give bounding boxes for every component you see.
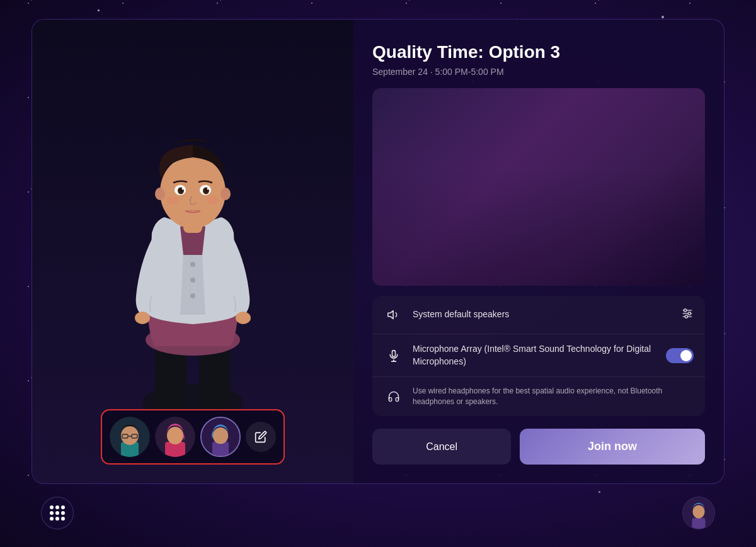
svg-point-12 [220,188,231,200]
edit-avatar-button[interactable] [246,422,276,452]
svg-point-10 [160,155,226,228]
cancel-button[interactable]: Cancel [372,429,511,465]
svg-point-20 [207,188,209,189]
speakers-row: System default speakers [372,296,705,334]
svg-point-11 [155,188,165,200]
speakers-label: System default speakers [413,308,675,321]
microphone-toggle[interactable] [666,348,694,363]
headphone-icon [384,386,404,407]
svg-point-36 [213,427,228,444]
svg-rect-44 [392,350,396,356]
char-avatar-1[interactable] [110,417,150,457]
star-decoration [598,491,600,493]
svg-point-27 [121,426,139,445]
nav-avatar-button[interactable] [682,497,715,529]
svg-point-19 [182,188,184,189]
sliders-button[interactable] [681,307,694,323]
dots-grid-icon [50,505,65,521]
left-panel [32,20,353,483]
char-avatar-2[interactable] [155,417,195,457]
headphone-tip-text: Use wired headphones for the best spatia… [413,386,694,407]
svg-point-33 [167,427,183,444]
svg-marker-37 [388,311,393,319]
speaker-icon [384,305,404,325]
main-card: Quality Time: Option 3 September 24 · 5:… [32,19,724,484]
event-title: Quality Time: Option 3 [372,42,705,63]
character-selector [101,409,285,465]
char-avatar-3[interactable] [200,417,241,457]
preview-area [372,88,705,286]
action-row: Cancel Join now [372,429,705,465]
microphone-label: Microphone Array (Intel® Smart Sound Tec… [413,343,660,368]
star-decoration [662,16,664,18]
svg-point-41 [684,309,687,312]
svg-point-22 [207,196,219,204]
svg-point-42 [688,312,690,315]
svg-point-43 [685,315,687,318]
event-date: September 24 · 5:00 PM-5:00 PM [372,67,705,77]
svg-rect-48 [692,518,705,529]
microphone-icon [384,346,404,366]
pencil-icon [255,431,267,443]
svg-point-7 [190,278,195,283]
headphone-tip-row: Use wired headphones for the best spatia… [372,377,705,416]
avatar-figure [98,94,287,409]
microphone-row: Microphone Array (Intel® Smart Sound Tec… [372,334,705,377]
svg-point-23 [135,312,150,324]
toggle-switch[interactable] [666,348,694,363]
svg-point-24 [236,312,251,324]
nav-dots-button[interactable] [41,497,74,529]
right-panel: Quality Time: Option 3 September 24 · 5:… [353,20,724,483]
settings-section: System default speakers [372,296,705,416]
nav-avatar-icon [683,497,714,529]
svg-point-8 [190,293,195,298]
svg-point-49 [692,505,704,519]
join-now-button[interactable]: Join now [520,429,705,465]
svg-point-21 [166,196,179,204]
svg-point-6 [190,262,195,267]
star-decoration [98,9,100,11]
